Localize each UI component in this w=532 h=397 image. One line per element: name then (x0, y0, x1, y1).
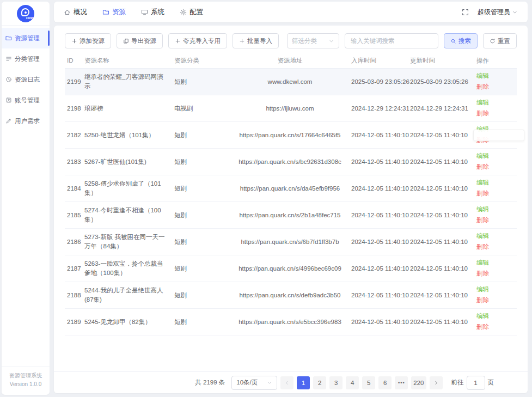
page-button-3[interactable]: 3 (329, 376, 343, 389)
cell-name: 5245-见龙卸甲（82集） (84, 317, 174, 327)
topnav-item-1[interactable]: 概况 (64, 8, 87, 17)
toolbar-button-label: 添加资源 (80, 37, 105, 45)
delete-link[interactable]: 删除 (476, 268, 517, 279)
cell-actions: 编辑删除 (469, 284, 517, 306)
goto-page-input[interactable] (467, 376, 485, 390)
delete-link[interactable]: 删除 (476, 82, 517, 93)
cell-id: 2186 (65, 237, 84, 247)
table-row: 21825250-绝世龙婿（101集）短剧https://pan.quark.c… (65, 122, 517, 149)
delete-link[interactable]: 删除 (476, 295, 517, 306)
delete-link[interactable]: 删除 (476, 322, 517, 333)
sidebar-item-2[interactable]: 分类管理 (2, 48, 50, 69)
chevron-down-icon (328, 38, 334, 44)
delete-link[interactable]: 删除 (476, 188, 517, 199)
page-button-220[interactable]: 220 (411, 376, 426, 389)
edit-link[interactable]: 编辑 (476, 204, 517, 215)
sidebar-item-3[interactable]: 资源日志 (2, 69, 50, 90)
page-size-select[interactable]: 10条/页 (231, 376, 277, 390)
cell-updated: 2024-12-05 11:40:10 (410, 211, 469, 220)
toolbar-button-1[interactable]: 添加资源 (65, 33, 111, 48)
cell-name: 琅琊榜 (84, 104, 174, 113)
cell-created: 2024-12-29 12:24:31 (351, 104, 410, 113)
topnav-item-3[interactable]: 系统 (141, 8, 164, 17)
topnav-item-4[interactable]: 配置 (180, 8, 203, 17)
cell-id: 2183 (65, 157, 84, 167)
category-filter-select[interactable]: 筛选分类 (287, 33, 339, 48)
edit-link[interactable]: 编辑 (476, 178, 517, 188)
sidebar-item-4[interactable]: 账号管理 (2, 90, 50, 111)
table-row: 21845258-傅少求你别虐了（101集）短剧https://pan.quar… (65, 175, 517, 202)
column-header-updated: 更新时间 (410, 56, 469, 65)
topnav-item-2[interactable]: 资源 (102, 8, 126, 17)
home-icon (64, 9, 71, 16)
edit-link[interactable]: 编辑 (476, 311, 517, 322)
user-label: 超级管理员 (478, 8, 510, 17)
cell-created: 2024-12-05 11:40:10 (351, 157, 410, 167)
edit-link[interactable]: 编辑 (476, 284, 517, 295)
toolbar-button-2[interactable]: 导出资源 (117, 33, 163, 48)
delete-link[interactable]: 删除 (476, 242, 517, 253)
cell-actions: 编辑删除 (469, 178, 517, 199)
cell-url: https://pan.quark.cn/s/e5bcc396e983 (229, 317, 351, 327)
cell-updated: 2024-12-29 12:24:31 (410, 104, 469, 113)
fullscreen-icon[interactable] (462, 9, 469, 16)
cell-name: 5258-傅少求你别虐了（101集） (84, 179, 174, 197)
sidebar-item-label: 资源管理 (15, 34, 40, 42)
table-row: 21895245-见龙卸甲（82集）短剧https://pan.quark.cn… (65, 309, 517, 335)
cell-updated: 2024-12-05 11:40:10 (410, 184, 469, 193)
header-right: 超级管理员 (462, 8, 518, 17)
search-button[interactable]: 搜索 (444, 33, 478, 48)
page-size-label: 10条/页 (236, 378, 258, 387)
page-more-button[interactable]: ••• (395, 376, 408, 389)
cell-actions: 编辑删除 (469, 231, 517, 252)
cell-updated: 2024-12-05 11:40:10 (410, 264, 469, 273)
delete-link[interactable]: 删除 (476, 162, 517, 173)
edit-link[interactable]: 编辑 (476, 151, 517, 162)
next-page-button[interactable] (430, 376, 443, 389)
edit-link[interactable]: 编辑 (476, 97, 517, 108)
sidebar-item-5[interactable]: 用户需求 (2, 111, 50, 131)
pagination-pages: 123456•••220 (297, 376, 426, 389)
page-button-5[interactable]: 5 (362, 376, 375, 389)
cell-updated: 2024-12-05 11:40:10 (410, 131, 469, 140)
table-row: 21835267-旷世医仙(101集)短剧https://pan.quark.c… (65, 149, 517, 175)
cell-category: 短剧 (174, 237, 229, 247)
cell-created: 2024-12-05 11:40:10 (351, 184, 410, 193)
delete-link[interactable]: 删除 (476, 215, 517, 226)
edit-link[interactable]: 编辑 (476, 231, 517, 242)
topnav-item-label: 配置 (189, 8, 203, 17)
user-menu[interactable]: 超级管理员 (478, 8, 518, 17)
cell-url: https://pan.quark.cn/s/defb9adc3b50 (229, 291, 351, 300)
table-row: 21885244-我的儿子全是绝世高人(87集)短剧https://pan.qu… (65, 282, 517, 309)
footer-title: 资源管理系统 (3, 371, 48, 380)
page-button-2[interactable]: 2 (313, 376, 326, 389)
cell-url: https://pan.quark.cn/s/17664c6465f5 (229, 131, 351, 140)
cell-category: 短剧 (174, 184, 229, 193)
cell-id: 2189 (65, 317, 84, 327)
cell-category: 短剧 (174, 211, 229, 220)
page-button-1[interactable]: 1 (297, 376, 310, 389)
prev-page-button[interactable] (280, 376, 293, 389)
pagination-total: 共 2199 条 (195, 378, 225, 387)
sidebar-menu: 资源管理分类管理资源日志账号管理用户需求 (2, 26, 50, 366)
pagination-bar: 共 2199 条 10条/页 123456•••220 前往 页 (54, 371, 528, 393)
edit-link[interactable]: 编辑 (476, 71, 517, 82)
reset-button-label: 重置 (498, 37, 510, 45)
cell-category: 短剧 (174, 157, 229, 167)
edit-link[interactable]: 编辑 (476, 258, 517, 268)
page-button-4[interactable]: 4 (346, 376, 359, 389)
page-button-6[interactable]: 6 (378, 376, 392, 389)
delete-link[interactable]: 删除 (476, 108, 517, 119)
topnav-items: 概况资源系统配置 (64, 8, 218, 17)
request-icon (5, 118, 12, 124)
sidebar-item-1[interactable]: 资源管理 (2, 28, 50, 48)
keyword-search-input[interactable] (345, 33, 438, 48)
cell-url: https://pan.quark.cn/s/2b1a48fec715 (229, 211, 351, 220)
export-icon (123, 38, 129, 44)
reset-button[interactable]: 重置 (483, 33, 517, 48)
toolbar-button-3[interactable]: 夸克导入专用 (168, 33, 227, 48)
sidebar-item-label: 账号管理 (15, 96, 40, 105)
toolbar-button-4[interactable]: 批量导入 (233, 33, 279, 48)
table-row: 2199继承者的荣耀_刀客源码网演示短剧www.dkewl.com2025-03… (65, 69, 517, 95)
logo-dot-icon (25, 11, 27, 14)
